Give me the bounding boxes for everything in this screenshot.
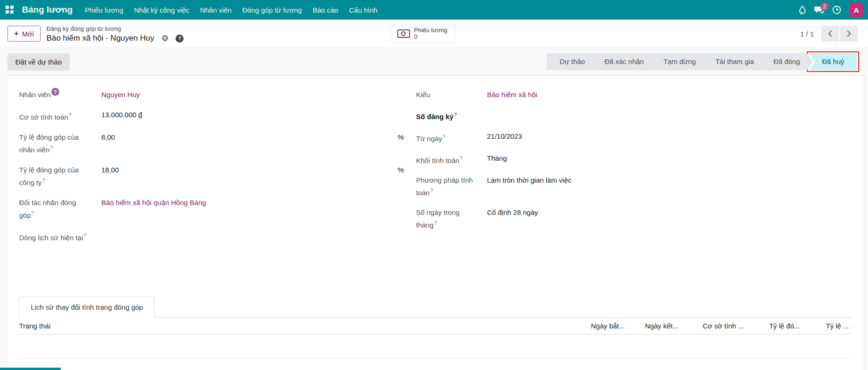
currency-symbol: đ: [138, 111, 142, 119]
help-icon[interactable]: ?: [176, 35, 183, 43]
pager-count: 1 / 1: [800, 30, 814, 38]
field-label: Nhân viên?: [19, 90, 90, 100]
new-button-label: Mới: [22, 30, 34, 38]
help-superscript: ?: [454, 112, 457, 117]
field-so-ngay-trong-thang: Số ngày trong tháng? Cố định 28 ngày: [416, 207, 852, 230]
menu-phieu-luong[interactable]: Phiếu lương: [85, 6, 123, 14]
plus-icon: +: [14, 29, 19, 38]
field-label: Kiểu: [416, 90, 482, 100]
field-label: Khối tính toán?: [416, 153, 482, 166]
pager-next-button[interactable]: [840, 26, 858, 42]
column-ngay-ket-thuc[interactable]: Ngày kết...: [625, 322, 678, 330]
payslip-stat-button[interactable]: Phiếu lương 0: [392, 25, 455, 43]
field-label: Tỷ lệ đóng góp của công ty?: [19, 165, 90, 188]
tab-contribution-history[interactable]: Lịch sử thay đổi tình trạng đóng góp: [19, 297, 155, 318]
banknote-icon: [397, 29, 410, 38]
help-superscript: ?: [84, 233, 86, 238]
field-value-employee-rate: 8,00: [101, 132, 398, 142]
field-kieu: Kiểu Bảo hiểm xã hội: [416, 90, 852, 100]
field-value-days-per-month: Cố định 28 ngày: [487, 207, 852, 218]
pager-previous-button[interactable]: [821, 26, 839, 42]
field-label: Số ngày trong tháng?: [416, 207, 482, 230]
messages-icon[interactable]: 2: [814, 6, 824, 14]
stat-button-label: Phiếu lương: [414, 27, 447, 34]
history-table-header: Trạng thái Ngày bắt... Ngày kết... Cơ sở…: [19, 318, 852, 334]
menu-dong-gop-tu-luong[interactable]: Đóng góp từ lương: [242, 6, 302, 14]
percent-suffix: %: [398, 165, 406, 175]
field-so-dang-ky: Số đăng ký?: [416, 109, 852, 122]
help-superscript: ?: [443, 134, 445, 139]
apps-grid-square: [10, 6, 14, 9]
field-nhan-vien: Nhân viên? Nguyen Huy: [19, 90, 406, 100]
field-dong-lich-su: Dòng lịch sử hiện tại?: [19, 230, 406, 243]
help-superscript: ?: [50, 145, 53, 150]
apps-grid-square: [6, 6, 9, 9]
apps-grid-icon[interactable]: [6, 6, 14, 14]
tooltip-badge-icon[interactable]: ?: [51, 88, 59, 96]
field-value-partner-link[interactable]: Bảo hiểm xã hội quận Hồng Bàng: [101, 198, 406, 208]
gear-icon[interactable]: ⚙: [161, 34, 169, 43]
field-value-type-link[interactable]: Bảo hiểm xã hội: [487, 90, 852, 100]
state-da-huy-active[interactable]: Đã huỷ: [809, 53, 857, 70]
column-trang-thai[interactable]: Trạng thái: [19, 322, 564, 330]
pager: 1 / 1: [800, 26, 858, 42]
messages-badge: 2: [820, 2, 829, 11]
menu-cau-hinh[interactable]: Cấu hình: [349, 6, 377, 14]
form-column-right: Kiểu Bảo hiểm xã hội Số đăng ký? Từ ngày…: [416, 90, 852, 240]
field-label: Phương pháp tính toán?: [416, 175, 482, 198]
column-ngay-bat-dau[interactable]: Ngày bắt...: [564, 322, 625, 330]
apps-grid-square: [6, 10, 9, 14]
field-khoi-tinh-toan: Khối tính toán? Tháng: [416, 153, 852, 166]
field-label: Từ ngày?: [416, 131, 482, 144]
state-du-thao[interactable]: Dự thảo: [547, 53, 597, 70]
field-value-employee-link[interactable]: Nguyen Huy: [101, 90, 406, 100]
notebook-tabs: Lịch sử thay đổi tình trạng đóng góp: [19, 297, 852, 318]
app-name[interactable]: Bảng lương: [22, 5, 73, 15]
field-co-so-tinh-toan: Cơ sở tính toán? 13.000.000đ: [19, 110, 406, 122]
breadcrumb: Đăng ký đóng góp từ lương Bảo hiểm xã hộ…: [47, 24, 392, 43]
field-label: Cơ sở tính toán?: [19, 110, 90, 122]
column-ty-le-dong[interactable]: Tỷ lệ đó...: [744, 322, 800, 330]
form-fields: Nhân viên? Nguyen Huy Cơ sở tính toán? 1…: [19, 90, 852, 297]
new-button[interactable]: + Mới: [7, 26, 41, 42]
droplet-icon[interactable]: [799, 5, 806, 14]
menu-nhat-ky-cong-viec[interactable]: Nhật ký công việc: [134, 6, 189, 14]
help-superscript: ?: [434, 220, 437, 226]
field-label: Đối tác nhận đóng góp?: [19, 198, 90, 221]
form-sheet: Nhân viên? Nguyen Huy Cơ sở tính toán? 1…: [7, 75, 864, 370]
control-panel: + Mới Đăng ký đóng góp từ lương Bảo hiểm…: [0, 20, 868, 48]
state-tam-dung[interactable]: Tạm dừng: [651, 53, 708, 70]
help-superscript: ?: [69, 112, 71, 118]
help-superscript: ?: [42, 178, 45, 183]
loading-indicator-strip: [0, 368, 61, 370]
help-superscript: ?: [31, 210, 34, 216]
menu-bao-cao[interactable]: Báo cáo: [312, 6, 338, 14]
help-superscript: ?: [460, 156, 463, 161]
column-ty-le[interactable]: Tỷ lệ ...: [800, 322, 849, 330]
column-co-so-tinh[interactable]: Cơ sở tính ...: [678, 322, 744, 330]
activities-clock-icon[interactable]: [832, 5, 841, 14]
breadcrumb-parent-link[interactable]: Đăng ký đóng góp từ lương: [47, 25, 121, 32]
field-phuong-phap: Phương pháp tính toán? Làm tròn thời gia…: [416, 175, 852, 198]
field-label: Tỷ lệ đóng góp của nhân viên?: [19, 132, 90, 155]
form-column-left: Nhân viên? Nguyen Huy Cơ sở tính toán? 1…: [19, 90, 406, 253]
field-label: Số đăng ký?: [416, 109, 482, 122]
state-da-xac-nhan[interactable]: Đã xác nhận: [592, 53, 656, 70]
field-value-computation-block: Tháng: [487, 153, 852, 164]
main-content: Đặt về dự thảo Dự thảo Đã xác nhận Tạm d…: [0, 48, 868, 370]
history-table-empty-area[interactable]: [19, 334, 852, 359]
set-to-draft-button[interactable]: Đặt về dự thảo: [7, 53, 70, 71]
state-da-dong[interactable]: Đã đóng: [761, 53, 813, 70]
stat-button-value: 0: [414, 34, 447, 40]
percent-suffix: %: [398, 132, 406, 142]
field-ty-le-cong-ty: Tỷ lệ đóng góp của công ty? 18,00 %: [19, 165, 406, 188]
menu-nhan-vien[interactable]: Nhân viên: [200, 6, 232, 14]
state-tai-tham-gia[interactable]: Tái tham gia: [703, 53, 767, 70]
form-statusbar-row: Đặt về dự thảo Dự thảo Đã xác nhận Tạm d…: [0, 48, 868, 75]
field-value-company-rate: 18,00: [101, 165, 398, 175]
user-avatar[interactable]: A: [849, 3, 863, 17]
field-value-computation-method: Làm tròn thời gian làm việc: [487, 175, 852, 185]
field-label: Dòng lịch sử hiện tại?: [19, 230, 90, 243]
field-value-start-date: 21/10/2023: [487, 131, 852, 142]
red-annotation-box: Đã huỷ: [807, 51, 859, 72]
